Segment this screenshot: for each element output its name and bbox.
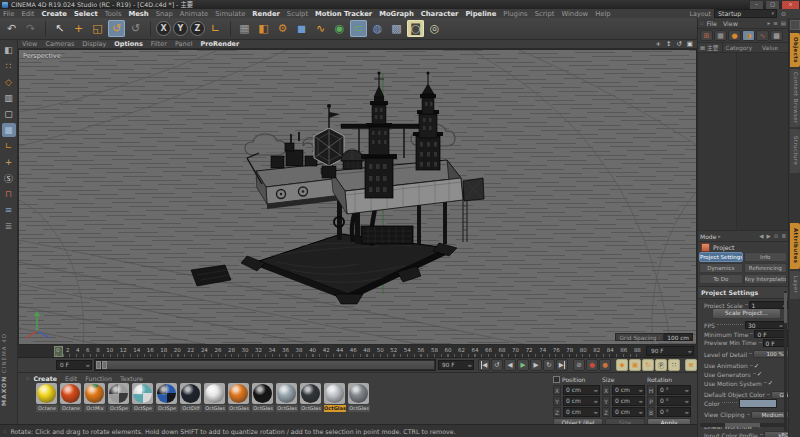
expand-icon[interactable]: ▸ <box>767 20 770 26</box>
viewport-menu-prorender[interactable]: ProRender <box>200 40 239 48</box>
material-thumbnail[interactable] <box>132 383 153 404</box>
scale-tool[interactable]: ◱ <box>89 20 106 37</box>
deformers-menu[interactable]: ⊂ <box>350 20 367 37</box>
camera-menu[interactable]: ◙ <box>407 20 424 37</box>
object-manager-area[interactable] <box>698 53 788 231</box>
play-forward-button[interactable]: ▶ <box>517 359 529 371</box>
size-x-field[interactable]: 0 cm◂▸ <box>612 385 645 395</box>
viewport-menu-filter[interactable]: Filter <box>151 40 167 48</box>
menu-plugins[interactable]: Plugins <box>503 10 527 18</box>
spinner-icon[interactable]: ◂▸ <box>684 408 689 417</box>
menu-create[interactable]: Create <box>42 10 67 18</box>
history-back-icon[interactable]: ◀ <box>759 233 763 239</box>
material-menu-edit[interactable]: Edit <box>65 375 77 382</box>
scrollbar-thumb[interactable] <box>784 293 787 323</box>
autokeying-button[interactable]: ● <box>586 359 598 371</box>
viewport-menu-panel[interactable]: Panel <box>175 40 193 48</box>
menu-pipeline[interactable]: Pipeline <box>465 10 496 18</box>
material-item[interactable]: OctGlas <box>300 383 322 412</box>
spinner-icon[interactable]: ◂▸ <box>593 386 598 395</box>
make-editable-button[interactable]: ◧ <box>2 43 16 57</box>
material-label[interactable]: OctGlas <box>228 405 250 412</box>
material-item[interactable]: Octane <box>36 383 58 412</box>
previous-frame-button[interactable]: ◀ <box>504 359 516 371</box>
list-icon[interactable]: ≡ <box>773 20 778 26</box>
tab-to-do[interactable]: To Do <box>699 274 743 284</box>
undo-button[interactable]: ↶ <box>3 20 20 37</box>
menu-mograph[interactable]: MoGraph <box>379 10 414 18</box>
range-handle-left2[interactable] <box>102 361 107 369</box>
pen-tool-icon[interactable]: ∿ <box>756 30 769 41</box>
key-position-toggle[interactable]: ◆ <box>616 359 628 371</box>
object-mode-button[interactable]: ■ <box>2 123 16 137</box>
position-x-field[interactable]: 0 cm◂▸ <box>563 385 600 395</box>
material-thumbnail[interactable] <box>252 383 273 404</box>
mode-menu[interactable]: Mode <box>700 233 716 240</box>
material-thumbnail[interactable] <box>276 383 297 404</box>
material-thumbnail[interactable] <box>204 383 225 404</box>
scene-nodes-icon[interactable]: ⊞ <box>700 30 713 41</box>
material-item[interactable]: OctSpe <box>132 383 154 412</box>
spinner-icon[interactable]: ◂▸ <box>638 397 643 406</box>
object-tree-item[interactable]: ⊠ 主要 <box>698 43 723 52</box>
material-item[interactable]: OctGlas <box>252 383 274 412</box>
side-tab-attributes[interactable]: Attributes <box>790 223 800 269</box>
perspective-viewport[interactable]: Perspective Grid Spacing : 100 cm <box>18 49 697 345</box>
model-mode-button[interactable]: ▢ <box>2 107 16 121</box>
material-thumbnail[interactable] <box>300 383 321 404</box>
spinner-icon[interactable]: ◂▸ <box>638 408 643 417</box>
material-item[interactable]: OctGlas <box>276 383 298 412</box>
redo-button[interactable]: ↷ <box>22 20 39 37</box>
polygons-mode-button[interactable]: ▥ <box>2 91 16 105</box>
color-swatch[interactable] <box>739 399 777 408</box>
size-z-field[interactable]: 0 cm◂▸ <box>612 407 645 417</box>
menu-motion-tracker[interactable]: Motion Tracker <box>315 10 372 18</box>
lock-icon[interactable]: ⊙ <box>774 233 779 239</box>
side-tab-structure[interactable]: Structure <box>790 129 800 173</box>
attr-field-project-scale[interactable]: 1◂▸ <box>749 301 789 309</box>
key-scale-toggle[interactable]: ▣ <box>629 359 641 371</box>
render-view-button[interactable]: ▦ <box>236 20 253 37</box>
scale-project-button[interactable]: Scale Project... <box>712 308 781 319</box>
material-label[interactable]: OctGlas <box>252 405 274 412</box>
material-label[interactable]: OctGlas <box>348 405 370 412</box>
rotate-tool[interactable]: ↺ <box>108 20 125 37</box>
light-menu[interactable]: ◎ <box>426 20 443 37</box>
goto-end-button[interactable]: ▶ <box>556 359 568 371</box>
spinner-icon[interactable]: ◂▸ <box>593 397 598 406</box>
material-thumbnail[interactable] <box>156 383 177 404</box>
menu-simulate[interactable]: Simulate <box>215 10 245 18</box>
toggle-view-icon[interactable]: ▣ <box>687 40 693 48</box>
key-parameter-toggle[interactable]: Ⓟ <box>655 359 667 371</box>
material-label[interactable]: OctGlas <box>276 405 298 412</box>
goto-start-button[interactable]: ◀ <box>478 359 490 371</box>
viewport-menu-display[interactable]: Display <box>82 40 106 48</box>
menu-snap[interactable]: Snap <box>156 10 173 18</box>
material-item[interactable]: OctGlas <box>348 383 370 412</box>
menu-file[interactable]: File <box>706 20 717 27</box>
axis-mode-button[interactable]: ∟ <box>2 139 16 153</box>
record-objects-button[interactable]: ⊘ <box>573 359 585 371</box>
material-label[interactable]: OctMix <box>84 405 106 412</box>
viewport-menu-cameras[interactable]: Cameras <box>45 40 74 48</box>
menu-select[interactable]: Select <box>74 10 98 18</box>
menu-tools[interactable]: Tools <box>105 10 122 18</box>
viewport-menu-view[interactable]: View <box>22 40 37 48</box>
last-used-tool[interactable]: ↺ <box>127 20 144 37</box>
timeline-ruler[interactable]: 0246810121416182022242628303234363840424… <box>18 345 697 358</box>
key-rotation-toggle[interactable]: ↻ <box>642 359 654 371</box>
menu-window[interactable]: Window <box>561 10 588 18</box>
tab-dynamics[interactable]: Dynamics <box>699 263 743 273</box>
material-menu-texture[interactable]: Texture <box>120 375 143 382</box>
rotation-b-field[interactable]: 0 °◂▸ <box>657 407 691 417</box>
spinner-icon[interactable]: ◂▸ <box>85 361 90 370</box>
primitive-cube-menu[interactable]: ◼ <box>293 20 310 37</box>
material-item[interactable]: OctGlas <box>228 383 250 412</box>
tab-project-settings[interactable]: Project Settings <box>699 252 743 262</box>
material-item[interactable]: Octane <box>60 383 82 412</box>
attr-field-fps[interactable]: 30◂▸ <box>745 321 785 329</box>
scrollbar-thumb[interactable] <box>725 423 760 427</box>
side-tab-layer[interactable]: Layer <box>790 271 800 299</box>
category-value-pane[interactable] <box>737 53 788 230</box>
material-thumbnail[interactable] <box>180 383 201 404</box>
